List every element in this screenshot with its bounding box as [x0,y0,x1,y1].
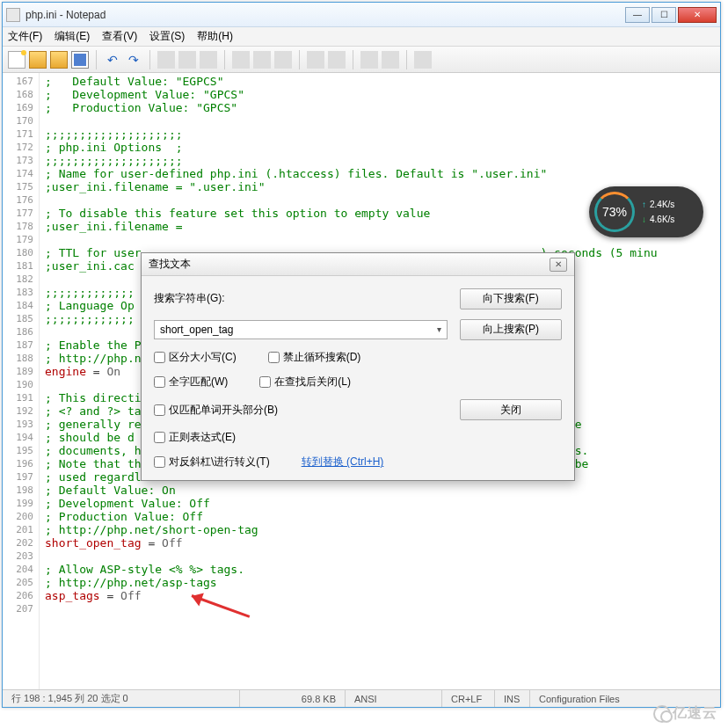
chk-case[interactable]: 区分大小写(C) [154,350,237,365]
zoomout-icon[interactable] [328,51,346,69]
replace-icon[interactable] [253,51,271,69]
goto-replace-link[interactable]: 转到替换 (Ctrl+H) [302,455,384,470]
paste-icon[interactable] [200,51,217,69]
toolbar: ↶ ↷ [3,47,720,73]
status-mode: INS [495,690,530,707]
open-icon[interactable] [29,51,47,69]
status-position: 行 198 : 1,945 列 20 选定 0 [3,690,240,707]
menu-settings[interactable]: 设置(S) [149,29,185,44]
find-icon[interactable] [232,51,250,69]
chk-closeafter[interactable]: 在查找后关闭(L) [259,375,351,389]
menu-edit[interactable]: 编辑(E) [55,29,90,44]
wrap-icon[interactable] [360,51,378,69]
tool-icon[interactable] [382,51,399,69]
exit-icon[interactable] [414,51,432,69]
net-stats: ↑2.4K/s ↓4.6K/s [642,200,674,224]
window-buttons: — ☐ ✕ [625,7,717,23]
status-encoding: ANSI [346,690,442,707]
chk-escape[interactable]: 对反斜杠\进行转义(T) [154,455,270,470]
menubar: 文件(F) 编辑(E) 查看(V) 设置(S) 帮助(H) [3,27,720,47]
separator [406,50,407,69]
separator [96,50,97,69]
search-label: 搜索字符串(G): [154,291,448,306]
folder-icon[interactable] [50,51,68,69]
separator [299,50,300,69]
find-prev-button[interactable]: 向上搜索(P) [460,319,562,340]
dropdown-icon[interactable]: ▾ [437,324,441,334]
dialog-body: 搜索字符串(G): 向下搜索(F) short_open_tag ▾ 向上搜索(… [142,276,574,480]
net-up: 2.4K/s [650,200,674,209]
status-eol: CR+LF [442,690,495,707]
menu-help[interactable]: 帮助(H) [197,29,233,44]
status-size: 69.8 KB [240,690,346,707]
statusbar: 行 198 : 1,945 列 20 选定 0 69.8 KB ANSI CR+… [3,689,720,707]
titlebar: php.ini - Notepad — ☐ ✕ [3,3,720,27]
window-title: php.ini - Notepad [25,9,625,21]
copy-icon[interactable] [178,51,196,69]
separator [353,50,353,69]
redo-icon[interactable]: ↷ [125,51,142,69]
maximize-button[interactable]: ☐ [652,7,676,23]
search-input[interactable]: short_open_tag ▾ [154,320,448,339]
dialog-titlebar: 查找文本 ✕ [142,253,574,276]
goto-icon[interactable] [274,51,292,69]
zoomin-icon[interactable] [307,51,324,69]
close-button[interactable]: ✕ [678,7,717,23]
dialog-close-icon[interactable]: ✕ [550,258,567,272]
new-icon[interactable] [8,51,25,69]
net-down: 4.6K/s [650,215,674,224]
arrow-down-icon: ↓ [642,215,646,224]
chk-whole[interactable]: 全字匹配(W) [154,375,228,389]
close-button[interactable]: 关闭 [460,399,562,420]
app-icon [6,8,20,22]
chk-wordstart[interactable]: 仅匹配单词开头部分(B) [154,403,278,418]
find-dialog: 查找文本 ✕ 搜索字符串(G): 向下搜索(F) short_open_tag … [141,252,575,481]
chk-wrap[interactable]: 禁止循环搜索(D) [268,350,361,365]
separator [224,50,225,69]
menu-file[interactable]: 文件(F) [8,29,42,44]
arrow-up-icon: ↑ [642,200,646,209]
save-icon[interactable] [71,51,89,69]
chk-regex[interactable]: 正则表达式(E) [154,430,236,445]
undo-icon[interactable]: ↶ [104,51,121,69]
cut-icon[interactable] [157,51,175,69]
search-value: short_open_tag [160,324,233,336]
watermark: 亿速云 [653,704,717,723]
separator [149,50,150,69]
dialog-title: 查找文本 [149,257,550,272]
line-gutter: 1671681691701711721731741751761771781791… [3,73,40,689]
menu-view[interactable]: 查看(V) [102,29,137,44]
watermark-logo-icon [653,705,671,723]
network-widget[interactable]: 73% ↑2.4K/s ↓4.6K/s [589,186,703,237]
find-next-button[interactable]: 向下搜索(F) [460,288,562,309]
net-percent: 73% [594,192,635,232]
minimize-button[interactable]: — [625,7,650,23]
